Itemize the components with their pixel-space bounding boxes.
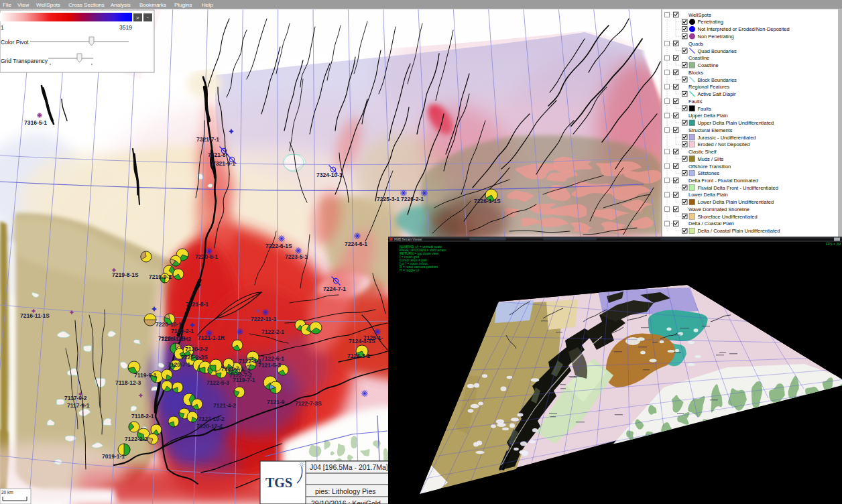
svg-text:7119-7-1: 7119-7-1 [233, 377, 255, 383]
svg-text:Blocks: Blocks [688, 70, 703, 76]
svg-text:7226-1-1S: 7226-1-1S [474, 198, 501, 204]
svg-text:Jurassic - Undifferentiated: Jurassic - Undifferentiated [698, 135, 756, 141]
svg-text:7122-5-3: 7122-5-3 [206, 379, 229, 386]
svg-text:Delta / Coastal Plain Undiffer: Delta / Coastal Plain Undifferentiated [698, 228, 780, 234]
svg-text:Block Boundaries: Block Boundaries [698, 77, 737, 83]
svg-text:Upper Delta Plain: Upper Delta Plain [688, 113, 728, 119]
svg-text:TGS: TGS [265, 475, 292, 490]
svg-text:7321-7-1: 7321-7-1 [196, 136, 219, 143]
svg-text:7125-1-: 7125-1- [363, 334, 383, 341]
svg-text:Penetrating: Penetrating [698, 19, 723, 25]
svg-text:7120-2-2: 7120-2-2 [185, 346, 208, 353]
svg-text:Bookmarks: Bookmarks [139, 2, 166, 8]
svg-text:Offshore Transition: Offshore Transition [688, 164, 731, 170]
svg-text:Active Salt Diapir: Active Salt Diapir [698, 91, 737, 97]
svg-text:Upper Delta Plain Undifferenti: Upper Delta Plain Undifferentiated [698, 120, 774, 126]
svg-text:WellSpots: WellSpots [688, 12, 711, 18]
svg-text:Plugins: Plugins [174, 2, 192, 8]
svg-text:7122-7-3S: 7122-7-3S [295, 400, 322, 407]
svg-text:7119-9-1: 7119-9-1 [134, 372, 157, 379]
svg-text:Non Penetrating: Non Penetrating [698, 34, 734, 40]
svg-text:7117-9-1: 7117-9-1 [67, 402, 90, 409]
svg-text:Faults: Faults [698, 106, 712, 112]
svg-text:7316-5-1: 7316-5-1 [24, 119, 47, 126]
svg-text:pies: Lithology Pies: pies: Lithology Pies [315, 487, 375, 495]
svg-text:Lower Delta Plain: Lower Delta Plain [688, 192, 728, 198]
svg-text:Fluvial Delta Front - Undiffer: Fluvial Delta Front - Undifferentiated [698, 185, 778, 191]
svg-text:Regional Features: Regional Features [688, 84, 730, 90]
svg-text:7225-3-1: 7225-3-1 [377, 196, 400, 202]
svg-text:7118-12-3: 7118-12-3 [115, 379, 141, 386]
svg-text:1: 1 [1, 24, 4, 31]
svg-text:Faults: Faults [688, 99, 703, 105]
svg-text:Shoreface Undifferentiated: Shoreface Undifferentiated [698, 214, 758, 220]
svg-text:7220-6-1: 7220-6-1 [195, 253, 218, 260]
svg-text:7224-7-1: 7224-7-1 [323, 286, 346, 292]
svg-text:7321-8: 7321-8 [208, 151, 226, 158]
svg-text:7121-4-2: 7121-4-2 [213, 402, 236, 409]
svg-text:7118-2-1: 7118-2-1 [131, 413, 154, 420]
svg-text:7125-2-3S: 7125-2-3S [181, 354, 208, 361]
svg-text:View: View [17, 2, 29, 8]
svg-text:Coastline: Coastline [698, 62, 719, 68]
svg-text:7224-6-1: 7224-6-1 [345, 241, 367, 247]
svg-text:Muds / Silts: Muds / Silts [698, 156, 724, 162]
svg-text:File: File [3, 2, 11, 8]
svg-text:Help: Help [202, 2, 213, 8]
svg-text:Color Pivot: Color Pivot [1, 39, 29, 46]
svg-text:7222-6-1S: 7222-6-1S [265, 243, 292, 249]
svg-text:WellSpots: WellSpots [36, 2, 60, 8]
svg-text:J04 [196.5Ma - 201.7Ma]: J04 [196.5Ma - 201.7Ma] [310, 463, 388, 471]
svg-text:7122-2-2: 7122-2-2 [125, 436, 147, 442]
svg-text:7121-1-1R: 7121-1-1R [198, 334, 225, 341]
svg-text:7122-6-1: 7122-6-1 [261, 355, 284, 362]
svg-text:7120-1-1H2: 7120-1-1H2 [161, 336, 191, 342]
svg-text:7117-9-2: 7117-9-2 [64, 395, 87, 401]
svg-text:FMB Terrain Viewer: FMB Terrain Viewer [394, 238, 422, 241]
svg-text:7020-12-4: 7020-12-4 [196, 423, 223, 430]
svg-text:7216-11-1S: 7216-11-1S [20, 312, 50, 319]
svg-text:7124-3-1: 7124-3-1 [347, 353, 370, 359]
svg-text:Wave Dominated Shoreline: Wave Dominated Shoreline [688, 206, 749, 212]
svg-text:7219-9-1: 7219-9-1 [149, 273, 172, 280]
svg-text:29/10/2016 : KeyiGold: 29/10/2016 : KeyiGold [311, 499, 381, 504]
svg-text:7019-1-1: 7019-1-1 [102, 453, 125, 460]
svg-text:Analysis: Analysis [111, 2, 131, 8]
svg-text:Quad Boundaries: Quad Boundaries [698, 48, 737, 54]
svg-text:Structural Elements: Structural Elements [688, 127, 733, 133]
svg-text:H = toggle UI: H = toggle UI [400, 268, 419, 272]
svg-text:-: - [147, 14, 149, 20]
svg-text:7223-5-1: 7223-5-1 [285, 253, 308, 260]
svg-text:Coastline: Coastline [688, 55, 709, 61]
svg-text:Delta Front - Fluvial Dominate: Delta Front - Fluvial Dominated [688, 178, 758, 184]
svg-text:7220-10-1: 7220-10-1 [156, 321, 182, 328]
svg-text:3519: 3519 [119, 24, 132, 31]
svg-text:Not Interpreted or Eroded/Non-: Not Interpreted or Eroded/Non-Deposited [698, 26, 790, 32]
svg-text:7226-2-1: 7226-2-1 [401, 196, 424, 202]
svg-text:7120-2-1: 7120-2-1 [171, 328, 194, 334]
svg-text:Eroded / Not Deposited: Eroded / Not Deposited [698, 141, 750, 147]
svg-text:Quads: Quads [688, 41, 703, 47]
svg-text:7121-8-1: 7121-8-1 [186, 301, 208, 308]
svg-text:7324-10-1: 7324-10-1 [316, 172, 343, 178]
svg-text:7121-9: 7121-9 [267, 399, 285, 405]
svg-text:7121-5-3: 7121-5-3 [258, 362, 281, 369]
svg-text:Grid Transparency: Grid Transparency [1, 58, 48, 64]
svg-text:7120-7-1: 7120-7-1 [168, 361, 190, 368]
svg-text:7321-9-1: 7321-9-1 [213, 160, 235, 167]
svg-text:20 km: 20 km [1, 490, 13, 495]
svg-text:7219-8-1S: 7219-8-1S [112, 271, 139, 278]
svg-text:FPS = 2M: FPS = 2M [826, 242, 841, 246]
svg-text:Siltstones: Siltstones [698, 170, 720, 176]
svg-text:7122-10-2: 7122-10-2 [198, 416, 225, 422]
svg-text:7121-7-1: 7121-7-1 [221, 365, 244, 372]
svg-text:Delta / Coastal Plain: Delta / Coastal Plain [688, 220, 734, 227]
svg-text:7222-11-1: 7222-11-1 [251, 316, 277, 322]
svg-text:>: > [136, 15, 139, 21]
svg-text:Cross Sections: Cross Sections [68, 2, 105, 8]
svg-text:Lower Delta Plain Undifferenti: Lower Delta Plain Undifferentiated [698, 199, 774, 205]
svg-text:7122-2-1: 7122-2-1 [261, 328, 284, 335]
svg-text:Clastic Shelf: Clastic Shelf [688, 149, 717, 155]
